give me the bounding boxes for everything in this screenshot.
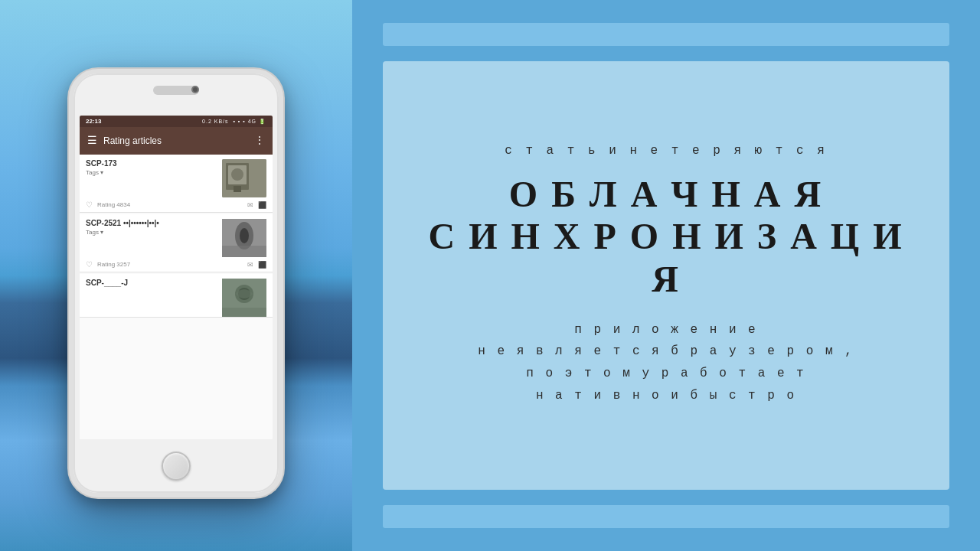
article-title: SCP-173 — [86, 159, 217, 168]
svg-point-3 — [231, 168, 243, 181]
subtitle-text: с т а т ь и н е т е р я ю т с я — [505, 144, 828, 158]
article-tags[interactable]: Tags ▾ — [86, 169, 217, 176]
email-icon[interactable]: ✉ — [247, 261, 253, 269]
accent-bar-bottom — [383, 505, 949, 528]
article-header: SCP-2521 ••|••••••|••|• Tags ▾ — [80, 214, 273, 257]
right-panel: с т а т ь и н е т е р я ю т с я О Б Л А … — [352, 0, 980, 551]
phone-mockup: 22:13 0.2 KB/s ▪ ▪ ▪ 4G 🔋 ☰ Rating artic… — [69, 69, 283, 497]
main-title: О Б Л А Ч Н А Я С И Н Х Р О Н И З А Ц И … — [413, 173, 919, 300]
rating-value: Rating 4834 — [97, 201, 243, 208]
save-icon[interactable]: ⬛ — [258, 261, 266, 269]
desc-line4: н а т и в н о и б ы с т р о — [536, 389, 796, 403]
svg-rect-9 — [222, 246, 266, 257]
desc-line2: н е я в л я е т с я б р а у з е р о м , — [478, 344, 854, 358]
svg-point-8 — [240, 228, 249, 243]
menu-icon[interactable]: ☰ — [87, 135, 97, 146]
phone-camera — [191, 86, 199, 93]
list-item[interactable]: SCP-173 Tags ▾ — [80, 155, 273, 213]
network-speed: 0.2 KB/s — [202, 119, 228, 124]
rating-value: Rating 3257 — [97, 261, 243, 268]
more-icon[interactable]: ⋮ — [254, 135, 265, 146]
main-title-line1: О Б Л А Ч Н А Я С И Н Х Р О Н И З А Ц И … — [429, 174, 916, 298]
desc-line3: п о э т о м у р а б о т а е т — [526, 367, 805, 380]
description-text: п р и л о ж е н и е н е я в л я е т с я … — [478, 319, 854, 407]
desc-line1: п р и л о ж е н и е — [574, 323, 757, 337]
svg-rect-4 — [234, 186, 241, 192]
phone-screen: 22:13 0.2 KB/s ▪ ▪ ▪ 4G 🔋 ☰ Rating artic… — [80, 116, 273, 439]
article-title: SCP-2521 ••|••••••|••|• — [86, 219, 217, 227]
status-bar: 22:13 0.2 KB/s ▪ ▪ ▪ 4G 🔋 — [80, 116, 273, 127]
list-item[interactable]: SCP-____-J — [80, 274, 273, 318]
phone-home-button[interactable] — [162, 452, 191, 481]
heart-icon[interactable]: ♡ — [86, 201, 93, 209]
app-bar: ☰ Rating articles ⋮ — [80, 127, 273, 155]
article-tags[interactable]: Tags ▾ — [86, 229, 217, 236]
list-item[interactable]: SCP-2521 ••|••••••|••|• Tags ▾ — [80, 214, 273, 272]
article-header: SCP-____-J — [80, 274, 273, 317]
email-icon[interactable]: ✉ — [247, 201, 253, 209]
network-type: 4G — [248, 119, 256, 124]
article-content: SCP-2521 ••|••••••|••|• Tags ▾ — [86, 219, 217, 257]
svg-rect-13 — [222, 308, 266, 317]
save-icon[interactable]: ⬛ — [258, 201, 266, 209]
article-content: SCP-173 Tags ▾ — [86, 159, 217, 197]
status-time: 22:13 — [86, 118, 101, 125]
heart-icon[interactable]: ♡ — [86, 260, 93, 269]
left-panel: 22:13 0.2 KB/s ▪ ▪ ▪ 4G 🔋 ☰ Rating artic… — [0, 0, 352, 551]
article-list: SCP-173 Tags ▾ — [80, 155, 273, 439]
article-title: SCP-____-J — [86, 279, 217, 287]
accent-bar-top — [383, 23, 949, 46]
phone-body: 22:13 0.2 KB/s ▪ ▪ ▪ 4G 🔋 ☰ Rating artic… — [69, 69, 283, 497]
article-content: SCP-____-J — [86, 279, 217, 317]
article-footer: ♡ Rating 3257 ✉ ⬛ — [80, 257, 273, 272]
article-header: SCP-173 Tags ▾ — [80, 155, 273, 197]
article-footer: ♡ Rating 4834 ✉ ⬛ — [80, 197, 273, 212]
article-image — [222, 159, 266, 197]
app-title: Rating articles — [103, 135, 248, 146]
article-image — [222, 219, 266, 257]
status-icons: 0.2 KB/s ▪ ▪ ▪ 4G 🔋 — [202, 119, 266, 125]
article-image — [222, 279, 266, 317]
content-card: с т а т ь и н е т е р я ю т с я О Б Л А … — [383, 61, 949, 490]
